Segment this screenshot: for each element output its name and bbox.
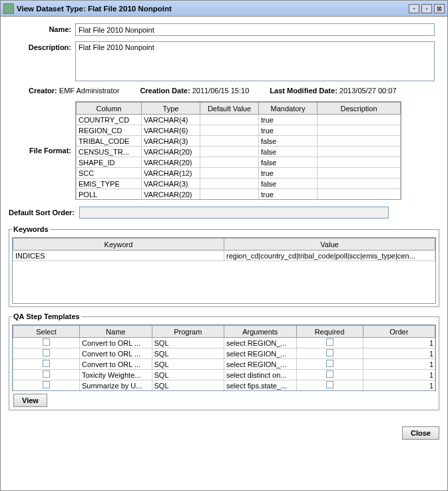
default-sort-label: Default Sort Order:: [9, 209, 75, 217]
window-titlebar: View Dataset Type: Flat File 2010 Nonpoi…: [1, 1, 447, 17]
qa-col-program[interactable]: Program: [152, 326, 224, 338]
description-field[interactable]: Flat File 2010 Nonpoint: [75, 41, 435, 81]
qa-panel: QA Step Templates Select Name Program Ar…: [9, 312, 439, 410]
ff-col-default[interactable]: Default Value: [200, 103, 259, 115]
table-row[interactable]: TRIBAL_CODEVARCHAR(3)false: [77, 136, 401, 147]
view-button[interactable]: View: [13, 394, 47, 407]
table-row[interactable]: SCCVARCHAR(12)true: [77, 168, 401, 179]
required-checkbox[interactable]: [326, 360, 334, 367]
table-row[interactable]: INDICESregion_cd|country_cd|tribal_code|…: [13, 250, 435, 261]
file-format-table[interactable]: Column Type Default Value Mandatory Desc…: [75, 101, 401, 200]
qa-col-required[interactable]: Required: [296, 326, 363, 338]
required-checkbox[interactable]: [326, 338, 334, 346]
required-checkbox[interactable]: [326, 349, 334, 356]
keywords-legend: Keywords: [12, 225, 50, 233]
select-checkbox[interactable]: [43, 349, 50, 356]
ff-col-column[interactable]: Column: [77, 103, 142, 115]
minimize-button[interactable]: ▫: [409, 4, 419, 13]
qa-table[interactable]: Select Name Program Arguments Required O…: [12, 324, 436, 391]
default-sort-field[interactable]: [79, 207, 389, 219]
qa-legend: QA Step Templates: [12, 312, 81, 320]
table-row[interactable]: REGION_CDVARCHAR(6)true: [77, 125, 401, 136]
table-row[interactable]: EMIS_TYPEVARCHAR(3)false: [77, 179, 401, 189]
app-icon: [3, 3, 14, 14]
file-format-label: File Format:: [9, 147, 75, 155]
table-row[interactable]: Toxicity Weighte...SQLselect distinct on…: [13, 370, 435, 380]
table-row[interactable]: Convert to ORL ...SQLselect REGION_...1: [13, 348, 435, 359]
table-row[interactable]: COUNTRY_CDVARCHAR(4)true: [77, 115, 401, 125]
maximize-button[interactable]: ▫: [421, 4, 432, 13]
table-row[interactable]: Summarize by U...SQLselect fips.state_..…: [13, 380, 435, 391]
table-row[interactable]: Convert to ORL ...SQLselect REGION_...1: [13, 359, 435, 370]
required-checkbox[interactable]: [326, 381, 334, 388]
ff-col-type[interactable]: Type: [142, 103, 200, 115]
close-window-button[interactable]: ⊠: [434, 4, 445, 13]
keywords-panel: Keywords Keyword Value INDICESregion_cd|…: [9, 225, 439, 307]
ff-col-description[interactable]: Description: [318, 103, 401, 115]
kw-col-keyword[interactable]: Keyword: [13, 239, 224, 250]
select-checkbox[interactable]: [43, 360, 50, 367]
table-row[interactable]: SHAPE_IDVARCHAR(20)false: [77, 157, 401, 168]
name-label: Name:: [9, 23, 75, 33]
qa-col-order[interactable]: Order: [363, 326, 435, 338]
table-row[interactable]: Convert to ORL ...SQLselect REGION_...1: [13, 338, 435, 348]
window-title: View Dataset Type: Flat File 2010 Nonpoi…: [17, 5, 409, 13]
name-field[interactable]: [75, 23, 435, 36]
metadata-row: Creator: EMF Administrator Creation Date…: [9, 87, 439, 95]
qa-col-name[interactable]: Name: [80, 326, 152, 338]
close-button[interactable]: Close: [402, 426, 439, 440]
required-checkbox[interactable]: [326, 370, 334, 378]
select-checkbox[interactable]: [43, 338, 50, 346]
select-checkbox[interactable]: [43, 370, 50, 378]
table-row[interactable]: Summarize by C...SQLselect e.country_...…: [13, 391, 435, 392]
kw-col-value[interactable]: Value: [224, 239, 435, 250]
description-label: Description:: [9, 41, 75, 51]
select-checkbox[interactable]: [43, 381, 50, 388]
table-row[interactable]: POLLVARCHAR(20)true: [77, 189, 401, 200]
qa-col-select[interactable]: Select: [13, 326, 80, 338]
table-row[interactable]: CENSUS_TR...VARCHAR(20)false: [77, 147, 401, 157]
ff-col-mandatory[interactable]: Mandatory: [259, 103, 318, 115]
qa-col-arguments[interactable]: Arguments: [224, 326, 297, 338]
